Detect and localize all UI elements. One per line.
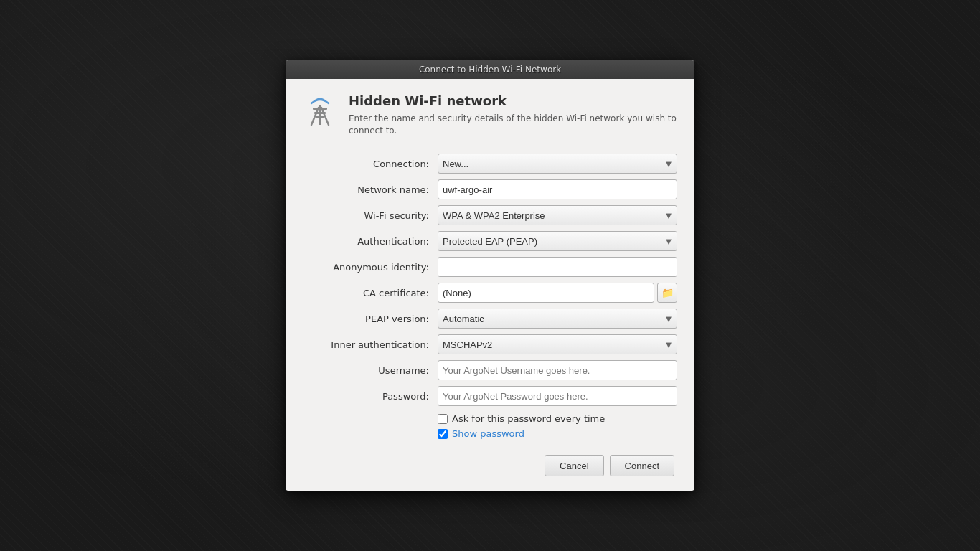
anonymous-identity-input[interactable] [438, 257, 677, 277]
peap-version-select[interactable]: Automatic Version 0 Version 1 [438, 309, 677, 329]
inner-auth-field: PAP CHAP MSCHAP MSCHAPv2 GTC ▼ [438, 334, 677, 354]
dialog-heading: Hidden Wi-Fi network [349, 93, 677, 108]
show-password-label[interactable]: Show password [452, 428, 524, 439]
dialog-description: Enter the name and security details of t… [349, 113, 677, 137]
connect-button[interactable]: Connect [610, 455, 674, 476]
password-input[interactable] [438, 386, 677, 406]
username-input[interactable] [438, 360, 677, 380]
show-password-checkbox[interactable] [438, 429, 448, 439]
dialog-header: Hidden Wi-Fi network Enter the name and … [303, 93, 677, 137]
ca-certificate-browse-button[interactable]: 📁 [657, 283, 677, 303]
connection-label: Connection: [317, 159, 432, 169]
cancel-button[interactable]: Cancel [545, 455, 603, 476]
connect-wifi-dialog: Connect to Hidden Wi-Fi Network [286, 60, 694, 491]
wifi-security-select[interactable]: None WEP 40/128-bit Key WPA & WPA2 Perso… [438, 205, 677, 225]
show-password-row: Show password [438, 427, 677, 441]
connection-select[interactable]: New... Edit... Other... [438, 154, 677, 174]
authentication-select[interactable]: TLS LEAP PWD Fast Tunneled TLS Protected… [438, 231, 677, 251]
password-label: Password: [317, 391, 432, 402]
inner-auth-select[interactable]: PAP CHAP MSCHAP MSCHAPv2 GTC [438, 334, 677, 354]
form-section: Connection: New... Edit... Other... ▼ Ne… [317, 154, 677, 441]
svg-point-6 [319, 98, 321, 100]
anonymous-identity-label: Anonymous identity: [317, 262, 432, 273]
network-name-input[interactable] [438, 179, 677, 199]
inner-auth-label: Inner authentication: [317, 339, 432, 350]
dialog-title: Connect to Hidden Wi-Fi Network [419, 65, 561, 75]
dialog-body: Hidden Wi-Fi network Enter the name and … [286, 79, 694, 491]
authentication-label: Authentication: [317, 236, 432, 247]
svg-rect-3 [316, 116, 324, 118]
ask-password-row: Ask for this password every time [438, 412, 677, 425]
peap-version-field: Automatic Version 0 Version 1 ▼ [438, 309, 677, 329]
connection-field: New... Edit... Other... ▼ [438, 154, 677, 174]
username-label: Username: [317, 365, 432, 376]
buttons-row: Cancel Connect [303, 455, 677, 476]
svg-rect-1 [313, 108, 327, 110]
folder-icon: 📁 [661, 287, 674, 298]
ca-certificate-label: CA certificate: [317, 288, 432, 298]
authentication-field: TLS LEAP PWD Fast Tunneled TLS Protected… [438, 231, 677, 251]
checkboxes-area: Ask for this password every time Show pa… [438, 412, 677, 441]
ask-password-label[interactable]: Ask for this password every time [452, 413, 605, 424]
network-name-label: Network name: [317, 184, 432, 195]
ca-certificate-input[interactable] [438, 283, 654, 303]
ca-certificate-field: 📁 [438, 283, 677, 303]
peap-version-label: PEAP version: [317, 314, 432, 324]
dialog-heading-text: Hidden Wi-Fi network Enter the name and … [349, 93, 677, 137]
ask-password-checkbox[interactable] [438, 414, 448, 424]
wifi-tower-icon [303, 93, 337, 128]
wifi-security-label: Wi-Fi security: [317, 210, 432, 221]
wifi-security-field: None WEP 40/128-bit Key WPA & WPA2 Perso… [438, 205, 677, 225]
dialog-titlebar: Connect to Hidden Wi-Fi Network [286, 60, 694, 79]
